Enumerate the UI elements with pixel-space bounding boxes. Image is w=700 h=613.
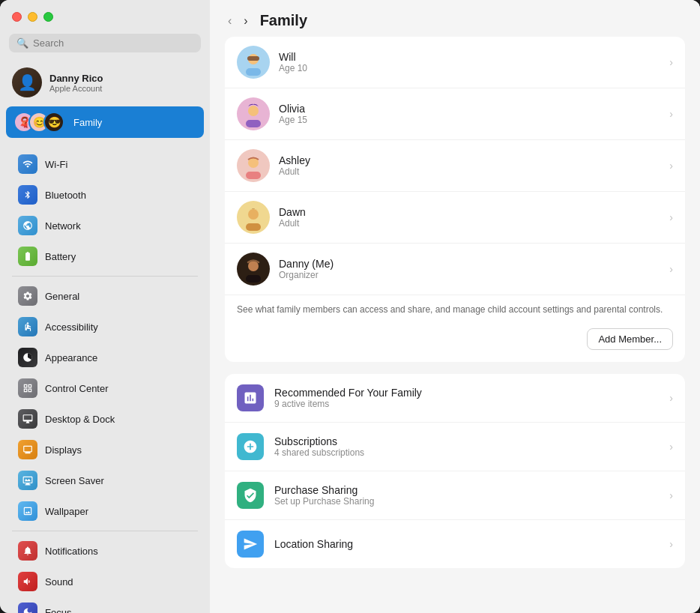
sidebar-item-battery[interactable]: Battery bbox=[6, 241, 204, 271]
member-row-dawn[interactable]: Dawn Adult › bbox=[225, 192, 685, 244]
chevron-subscriptions: › bbox=[669, 441, 673, 453]
sidebar-item-focus[interactable]: Focus bbox=[6, 597, 204, 613]
sidebar-item-desktop[interactable]: Desktop & Dock bbox=[6, 404, 204, 434]
feature-info-location: Location Sharing bbox=[274, 538, 659, 550]
wifi-label: Wi-Fi bbox=[45, 159, 67, 170]
sidebar-item-network[interactable]: Network bbox=[6, 211, 204, 241]
search-icon: 🔍 bbox=[16, 37, 28, 49]
focus-icon bbox=[18, 603, 37, 613]
member-row-will[interactable]: Will Age 10 › bbox=[225, 37, 685, 88]
add-member-button[interactable]: Add Member... bbox=[587, 328, 673, 350]
member-avatar-will bbox=[237, 46, 270, 79]
member-row-olivia[interactable]: Olivia Age 15 › bbox=[225, 88, 685, 140]
purchase-icon bbox=[237, 482, 264, 509]
bluetooth-icon bbox=[18, 185, 37, 205]
svg-point-0 bbox=[27, 322, 28, 324]
member-sub-olivia: Age 15 bbox=[279, 115, 660, 125]
sidebar-item-screensaver[interactable]: Screen Saver bbox=[6, 465, 204, 495]
feature-info-purchase: Purchase Sharing Set up Purchase Sharing bbox=[274, 484, 659, 507]
member-row-danny[interactable]: Danny (Me) Organizer › bbox=[225, 244, 685, 295]
avatar: 👤 bbox=[12, 67, 42, 97]
sidebar: 🔍 👤 Danny Rico Apple Account 🧣 😊 😎 Famil… bbox=[0, 0, 210, 613]
svg-rect-5 bbox=[247, 56, 259, 61]
member-info-ashley: Ashley Adult bbox=[279, 154, 660, 177]
bluetooth-label: Bluetooth bbox=[45, 190, 86, 201]
family-label: Family bbox=[73, 117, 102, 128]
sidebar-item-family[interactable]: 🧣 😊 😎 Family bbox=[6, 106, 204, 138]
screensaver-icon bbox=[18, 471, 37, 490]
chevron-dawn: › bbox=[669, 211, 673, 223]
family-avatar-3: 😎 bbox=[43, 112, 64, 133]
control-label: Control Center bbox=[45, 383, 109, 394]
header: ‹ › Family bbox=[210, 0, 700, 37]
account-name: Danny Rico bbox=[49, 73, 103, 84]
member-avatar-olivia bbox=[237, 97, 270, 130]
member-avatar-ashley bbox=[237, 149, 270, 182]
general-label: General bbox=[45, 291, 79, 302]
divider-2 bbox=[12, 276, 198, 277]
account-item[interactable]: 👤 Danny Rico Apple Account bbox=[0, 60, 210, 105]
displays-icon bbox=[18, 440, 37, 459]
screensaver-label: Screen Saver bbox=[45, 475, 104, 486]
member-sub-danny: Organizer bbox=[279, 270, 660, 280]
family-avatars: 🧣 😊 😎 bbox=[13, 112, 64, 133]
sidebar-items-list: Wi-Fi Bluetooth Network Ba bbox=[0, 148, 210, 613]
search-container: 🔍 bbox=[0, 31, 210, 60]
svg-rect-8 bbox=[246, 120, 261, 127]
feature-row-location[interactable]: Location Sharing › bbox=[225, 520, 685, 568]
sidebar-item-control[interactable]: Control Center bbox=[6, 373, 204, 403]
feature-name-purchase: Purchase Sharing bbox=[274, 484, 659, 496]
chevron-will: › bbox=[669, 56, 673, 68]
member-name-danny: Danny (Me) bbox=[279, 258, 660, 270]
chevron-recommended: › bbox=[669, 392, 673, 404]
sidebar-item-notifications[interactable]: Notifications bbox=[6, 536, 204, 566]
account-subtitle: Apple Account bbox=[49, 84, 103, 93]
member-name-ashley: Ashley bbox=[279, 154, 660, 166]
sidebar-item-sound[interactable]: Sound bbox=[6, 567, 204, 597]
member-sub-ashley: Adult bbox=[279, 166, 660, 177]
search-input[interactable] bbox=[33, 37, 193, 49]
svg-rect-17 bbox=[246, 275, 261, 283]
close-button[interactable] bbox=[12, 12, 22, 22]
feature-sub-subscriptions: 4 shared subscriptions bbox=[274, 447, 659, 458]
forward-button[interactable]: › bbox=[241, 13, 250, 29]
svg-rect-4 bbox=[246, 68, 261, 76]
feature-info-recommended: Recommended For Your Family 9 active ite… bbox=[274, 387, 659, 409]
sidebar-item-accessibility[interactable]: Accessibility bbox=[6, 312, 204, 342]
sidebar-item-bluetooth[interactable]: Bluetooth bbox=[6, 180, 204, 210]
member-sub-dawn: Adult bbox=[279, 218, 660, 229]
wallpaper-label: Wallpaper bbox=[45, 506, 88, 517]
minimize-button[interactable] bbox=[28, 12, 37, 22]
sidebar-item-wallpaper[interactable]: Wallpaper bbox=[6, 496, 204, 526]
sidebar-item-displays[interactable]: Displays bbox=[6, 435, 204, 465]
subscriptions-icon bbox=[237, 433, 264, 460]
back-button[interactable]: ‹ bbox=[225, 13, 235, 29]
desktop-label: Desktop & Dock bbox=[45, 414, 115, 425]
add-member-row: Add Member... bbox=[225, 319, 685, 362]
feature-row-subscriptions[interactable]: Subscriptions 4 shared subscriptions › bbox=[225, 423, 685, 471]
appearance-icon bbox=[18, 348, 37, 367]
member-row-ashley[interactable]: Ashley Adult › bbox=[225, 140, 685, 192]
sidebar-item-general[interactable]: General bbox=[6, 281, 204, 311]
page-title: Family bbox=[260, 12, 307, 29]
feature-name-subscriptions: Subscriptions bbox=[274, 435, 659, 447]
divider-3 bbox=[12, 531, 198, 531]
battery-label: Battery bbox=[45, 251, 76, 262]
member-info-dawn: Dawn Adult bbox=[279, 206, 660, 229]
general-icon bbox=[18, 286, 37, 306]
network-label: Network bbox=[45, 220, 81, 232]
network-icon bbox=[18, 216, 37, 235]
sidebar-item-wifi[interactable]: Wi-Fi bbox=[6, 149, 204, 179]
feature-row-purchase[interactable]: Purchase Sharing Set up Purchase Sharing… bbox=[225, 471, 685, 520]
window: 🔍 👤 Danny Rico Apple Account 🧣 😊 😎 Famil… bbox=[0, 0, 700, 613]
feature-row-recommended[interactable]: Recommended For Your Family 9 active ite… bbox=[225, 374, 685, 423]
notifications-label: Notifications bbox=[45, 546, 98, 557]
notifications-icon bbox=[18, 541, 37, 561]
maximize-button[interactable] bbox=[43, 12, 53, 22]
sidebar-item-appearance[interactable]: Appearance bbox=[6, 342, 204, 372]
member-info-danny: Danny (Me) Organizer bbox=[279, 258, 660, 280]
chevron-ashley: › bbox=[669, 160, 673, 172]
svg-rect-14 bbox=[246, 223, 261, 231]
traffic-lights bbox=[0, 0, 210, 31]
account-info: Danny Rico Apple Account bbox=[49, 73, 103, 93]
